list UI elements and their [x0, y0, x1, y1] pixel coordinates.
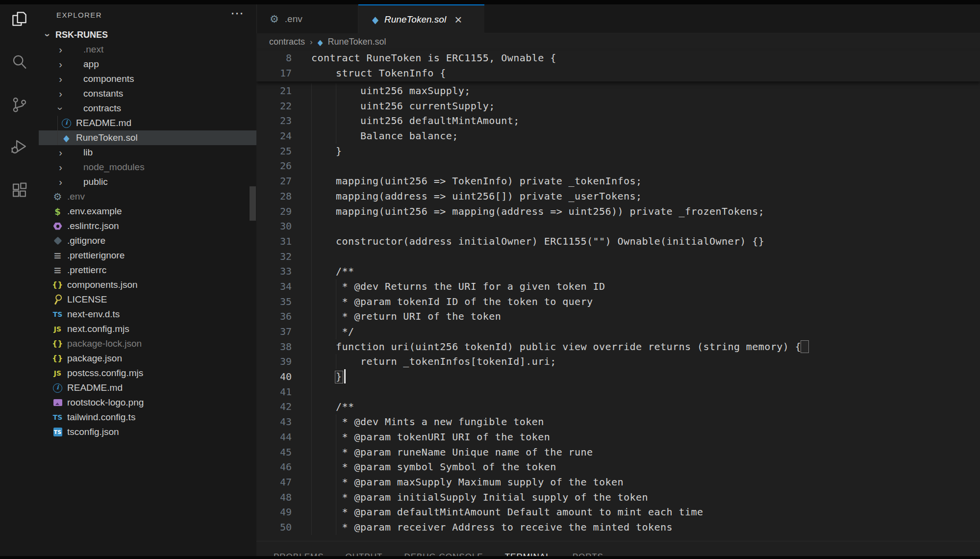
tree-item[interactable]: tsconfig.json	[39, 425, 256, 439]
activity-search-button[interactable]	[0, 48, 39, 77]
code-line[interactable]: 28 mapping(address => uint256[]) private…	[256, 189, 980, 204]
activity-run-debug-button[interactable]	[0, 132, 39, 162]
tree-item[interactable]: constants	[39, 86, 256, 101]
line-number: 32	[256, 249, 292, 264]
tree-item[interactable]: contracts	[39, 101, 256, 116]
code-lines: 21 uint256 maxSupply; 22 uint256 current…	[256, 83, 980, 535]
tree-item[interactable]: .gitignore	[39, 233, 256, 248]
file-type-icon	[69, 86, 79, 101]
code-line[interactable]: 47 * @param maxSupply Maximum supply of …	[256, 475, 980, 490]
line-number: 28	[256, 189, 292, 204]
code-line[interactable]: 30	[256, 219, 980, 234]
file-type-icon	[69, 175, 79, 189]
breadcrumb-folder[interactable]: contracts	[269, 37, 305, 47]
code-line[interactable]: 24 Balance balance;	[256, 128, 980, 144]
activity-explorer-button[interactable]	[0, 5, 39, 34]
tree-item[interactable]: components	[39, 72, 256, 86]
code-line[interactable]: 38 function uri(uint256 tokenId) public …	[256, 339, 980, 355]
tree-item[interactable]: next.config.mjs	[39, 322, 256, 336]
tree-item-label: next.config.mjs	[67, 324, 129, 334]
code-line[interactable]: 37 */	[256, 324, 980, 339]
tree-item[interactable]: app	[39, 57, 256, 72]
explorer-title: EXPLORER	[56, 11, 102, 19]
code-line[interactable]: 35 * @param tokenId ID of the token to q…	[256, 294, 980, 309]
tab-env[interactable]: .env	[256, 4, 358, 33]
tree-root-rsk-runes[interactable]: RSK-RUNES	[39, 27, 256, 42]
file-type-icon	[52, 410, 63, 425]
line-number: 22	[256, 99, 292, 114]
tree-item[interactable]: README.md	[39, 381, 256, 395]
tree-item[interactable]: next-env.d.ts	[39, 307, 256, 322]
code-line[interactable]: 26	[256, 158, 980, 174]
code-line[interactable]: 22 uint256 currentSupply;	[256, 99, 980, 114]
tree-item[interactable]: .env	[39, 189, 256, 204]
file-type-icon	[69, 57, 79, 72]
tab-runetoken-sol[interactable]: RuneToken.sol	[358, 4, 484, 33]
chevron-icon	[57, 149, 64, 156]
tree-item[interactable]: tailwind.config.ts	[39, 410, 256, 425]
code-line[interactable]: 29 mapping(uint256 => mapping(address =>…	[256, 204, 980, 219]
tree-item[interactable]: rootstock-logo.png	[39, 395, 256, 410]
line-number: 43	[256, 414, 292, 430]
code-line[interactable]: 23 uint256 defaultMintAmount;	[256, 113, 980, 128]
close-icon[interactable]	[454, 15, 462, 25]
code-line[interactable]: 31 constructor(address initialOwner) ERC…	[256, 234, 980, 249]
bracket-match-open-brace	[801, 340, 809, 353]
tree-item[interactable]: .eslintrc.json	[39, 219, 256, 233]
line-number: 46	[256, 459, 292, 475]
code-line[interactable]: 43 * @dev Mints a new fungible token	[256, 414, 980, 430]
code-line[interactable]: 34 * @dev Returns the URI for a given to…	[256, 279, 980, 294]
code-line[interactable]: 50 * @param receiver Address to receive …	[256, 520, 980, 535]
code-line[interactable]: 21 uint256 maxSupply;	[256, 83, 980, 99]
tree-item[interactable]: lib	[39, 145, 256, 160]
tree-item[interactable]: node_modules	[39, 160, 256, 175]
code-line-text: }	[311, 144, 342, 159]
tree-item[interactable]: .prettierrc	[39, 263, 256, 278]
tree-item[interactable]: package.json	[39, 351, 256, 366]
tree-item[interactable]: components.json	[39, 278, 256, 292]
code-line[interactable]: 45 * @param runeName Unique name of the …	[256, 445, 980, 460]
chevron-right-icon: ›	[310, 37, 313, 47]
code-line[interactable]: 46 * @param symbol Symbol of the token	[256, 459, 980, 475]
file-type-icon	[52, 351, 63, 366]
code-line[interactable]: 49 * @param defaultMintAmount Default am…	[256, 505, 980, 520]
tree-item[interactable]: package-lock.json	[39, 336, 256, 351]
sticky-line[interactable]: 17 struct TokenInfo {	[256, 66, 980, 81]
activity-extensions-button[interactable]	[0, 176, 39, 205]
code-line[interactable]: 44 * @param tokenURI URI of the token	[256, 430, 980, 445]
code-line-text: * @return URI of the token	[311, 309, 501, 324]
tree-item[interactable]: README.md	[39, 116, 256, 130]
sidebar-scrollbar-thumb[interactable]	[250, 186, 256, 221]
code-editor[interactable]: 21 uint256 maxSupply; 22 uint256 current…	[256, 83, 980, 541]
code-line[interactable]: 42 /**	[256, 399, 980, 414]
tree-item[interactable]: RuneToken.sol	[39, 130, 256, 145]
tree-item[interactable]: .next	[39, 42, 256, 57]
sticky-line-text: struct TokenInfo {	[311, 66, 446, 81]
sticky-line[interactable]: 8 contract RuneToken is ERC1155, Ownable…	[256, 51, 980, 66]
tree-item[interactable]: public	[39, 175, 256, 189]
sticky-scroll: 8 contract RuneToken is ERC1155, Ownable…	[256, 51, 980, 81]
tree-item-label: node_modules	[83, 162, 145, 173]
code-line-text: function uri(uint256 tokenId) public vie…	[311, 339, 801, 355]
code-line[interactable]: 40 }	[256, 369, 980, 384]
tree-item-label: .eslintrc.json	[67, 221, 119, 231]
code-line[interactable]: 36 * @return URI of the token	[256, 309, 980, 324]
breadcrumb-file[interactable]: RuneToken.sol	[327, 37, 386, 47]
code-line[interactable]: 48 * @param initialSupply Initial supply…	[256, 490, 980, 505]
code-line[interactable]: 25 }	[256, 144, 980, 159]
code-line[interactable]: 33 /**	[256, 264, 980, 279]
code-line[interactable]: 32	[256, 249, 980, 264]
more-actions-icon[interactable]: ⋯	[230, 5, 244, 21]
file-type-icon	[50, 291, 66, 308]
tree-item[interactable]: .env.example	[39, 204, 256, 219]
code-line[interactable]: 41	[256, 384, 980, 400]
tree-item[interactable]: LICENSE	[39, 292, 256, 307]
tree-item[interactable]: postcss.config.mjs	[39, 366, 256, 381]
vscode-window: EXPLORER ⋯ RSK-RUNES .next	[0, 0, 980, 559]
code-line[interactable]: 27 mapping(uint256 => TokenInfo) private…	[256, 174, 980, 189]
code-line[interactable]: 39 return _tokenInfos[tokenId].uri;	[256, 354, 980, 369]
activity-source-control-button[interactable]	[0, 91, 39, 120]
tree-item-label: package.json	[67, 353, 122, 364]
tree-item[interactable]: .prettierignore	[39, 248, 256, 263]
code-line-text: mapping(address => uint256[]) private _u…	[311, 189, 642, 204]
